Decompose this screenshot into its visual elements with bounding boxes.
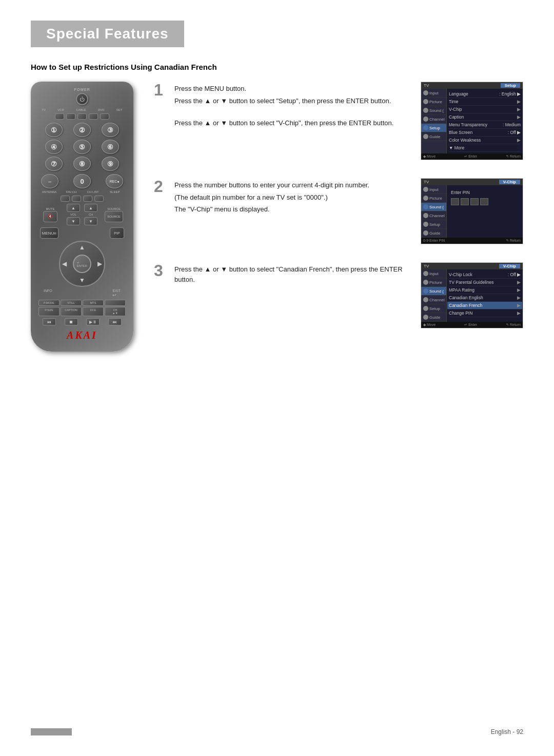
vchip1-content: Enter PIN	[447, 185, 523, 238]
picture-icon	[423, 99, 428, 104]
vchip2-canenglish: Canadian English ▶	[449, 294, 521, 302]
pmode-btn[interactable]: P.MODE	[38, 300, 60, 306]
num-btn-2[interactable]: ②	[73, 123, 91, 137]
caption-label: Caption	[449, 114, 464, 120]
vchip2-guide-label: Guide	[429, 315, 440, 320]
ch-btn2[interactable]: CH▲▼	[105, 307, 126, 316]
favch-btn[interactable]	[72, 196, 81, 202]
nav-left-arrow[interactable]: ◀	[62, 260, 67, 267]
vchip2-input-label: Input	[429, 272, 439, 276]
num-btn-0[interactable]: 0	[73, 174, 91, 188]
num-btn-8[interactable]: ⑧	[73, 157, 91, 171]
vchip1-channel-label: Channel	[429, 214, 445, 218]
lock-value: : Off ▶	[508, 272, 521, 277]
nav-right-arrow[interactable]: ▶	[97, 260, 102, 267]
vol-label: VOL	[70, 213, 76, 216]
ch-section: ▲ CH ▼	[84, 204, 97, 225]
psize-btn[interactable]: P.SIZE	[38, 307, 60, 316]
vchip2-sidebar: Input Picture Sound { Channel	[421, 269, 447, 322]
pin-block-2	[461, 198, 469, 205]
stop-button[interactable]: ⏹	[65, 318, 78, 325]
setup-content: Language : English ▶ Time ▶ V-Chip ▶ C	[447, 89, 523, 153]
time-label: Time	[449, 99, 459, 104]
menu-transparency: Menu Transparency : Medium	[449, 121, 521, 129]
vchip1-sidebar: Input Picture Sound { Channel	[421, 185, 447, 238]
vchip1-sound-label: Sound {	[429, 205, 444, 209]
chlist-label: CH LIST	[83, 190, 103, 193]
ch-up-btn[interactable]: ▲	[84, 204, 97, 212]
vchip1-menu: Input Picture Sound { Channel	[421, 185, 523, 238]
num-btn-1[interactable]: ①	[45, 123, 63, 137]
remote-container: POWER TV VCR CABLE DVD SET	[31, 82, 144, 352]
source-button[interactable]: SOURCE	[105, 211, 123, 222]
vol-up-btn[interactable]: ▲	[67, 204, 80, 212]
caption-btn[interactable]: CAPTION	[61, 307, 82, 316]
step-3-number: 3	[154, 262, 167, 279]
sleep-btn[interactable]	[94, 196, 104, 202]
exit-button[interactable]: EXIT↩	[112, 289, 121, 298]
remote-top: POWER	[36, 88, 128, 105]
rew-button[interactable]: ⏮	[43, 318, 56, 325]
device-btn-vcr[interactable]	[66, 113, 75, 120]
menu-bluescreen: Blue Screen : Off ▶	[449, 129, 521, 137]
more-label: ▼ More	[449, 145, 464, 150]
setup-menu: Input Picture Sound { Channel	[421, 89, 523, 153]
vchip1-guide-icon	[423, 230, 428, 236]
canenglish-arrow: ▶	[517, 295, 521, 300]
pip-button[interactable]: PIP	[110, 227, 124, 239]
language-label: Language	[449, 91, 468, 96]
num-btn-9[interactable]: ⑨	[102, 157, 119, 171]
step1-line1: Press the MENU button.	[174, 84, 413, 94]
device-btn-tv[interactable]	[55, 113, 64, 120]
vchip1-input-label: Input	[429, 187, 439, 192]
play-pause-button[interactable]: ▶⏸	[86, 318, 100, 325]
transport-controls: ⏮ ⏹ ▶⏸ ⏭	[38, 318, 126, 325]
antenna-btn[interactable]	[61, 196, 70, 202]
control-section: MUTE 🔇 ▲ VOL ▼ ▲ CH ▼ SOURC	[40, 204, 124, 225]
mpaa-arrow: ▶	[517, 287, 521, 293]
still-btn[interactable]: STILL	[61, 300, 82, 306]
num-btn-5[interactable]: ⑤	[73, 140, 91, 154]
device-btn-set[interactable]	[100, 113, 109, 120]
ff-button[interactable]: ⏭	[108, 318, 122, 325]
menu-button[interactable]: MENU▤	[40, 227, 58, 239]
sidebar-sound1: Sound {	[421, 106, 446, 115]
num-btn-6[interactable]: ⑥	[102, 140, 119, 154]
info-button[interactable]: INFO	[44, 289, 52, 298]
mts-btn[interactable]: MTS	[83, 300, 104, 306]
nav-enter-button[interactable]: ↵ENTER	[73, 255, 91, 273]
power-label: POWER	[74, 88, 90, 91]
menu-vchip: V-Chip ▶	[449, 106, 521, 113]
num-btn-3[interactable]: ③	[102, 123, 119, 137]
rec-btn[interactable]: REC●	[106, 174, 123, 188]
num-btn-7[interactable]: ⑦	[45, 157, 63, 171]
vol-down-btn[interactable]: ▼	[67, 217, 80, 225]
step3-line1: Press the ▲ or ▼ button to select "Canad…	[174, 264, 413, 284]
cable-label: CABLE	[76, 108, 86, 111]
device-btn-cable[interactable]	[77, 113, 87, 120]
mute-button[interactable]: 🔇	[43, 211, 57, 222]
vchip2-picture-icon	[423, 280, 428, 285]
device-btn-dvd[interactable]	[89, 113, 98, 120]
brand-logo: AKAI	[36, 329, 128, 341]
footer-page-text: English - 92	[491, 728, 523, 735]
nav-up-arrow[interactable]: ▲	[79, 244, 85, 251]
menu-language: Language : English ▶	[449, 90, 521, 98]
nav-down-arrow[interactable]: ▼	[79, 277, 85, 284]
setup-footer: ◆ Move ↵ Enter ↰ Return	[421, 153, 523, 160]
steps-section: 1 Press the MENU button. Press the ▲ or …	[154, 82, 523, 336]
ch-down-btn[interactable]: ▼	[84, 217, 97, 225]
dce-btn[interactable]: DCE	[83, 307, 104, 316]
vchip1-picture: Picture	[421, 194, 446, 203]
vchip1-footer-text: 0-9 Enter PIN	[423, 239, 445, 243]
power-button[interactable]	[76, 93, 88, 105]
num-btn-4[interactable]: ④	[45, 140, 63, 154]
vchip2-guide: Guide	[421, 313, 446, 322]
sidebar-setup: Setup	[421, 124, 446, 132]
step-1-number: 1	[154, 82, 167, 98]
vchip2-lock: V-Chip Lock : Off ▶	[449, 271, 521, 279]
sidebar-guide: Guide	[421, 132, 446, 141]
chlist-btn[interactable]	[83, 196, 92, 202]
dash-btn[interactable]: –	[41, 174, 58, 188]
power-section: POWER	[74, 88, 90, 105]
